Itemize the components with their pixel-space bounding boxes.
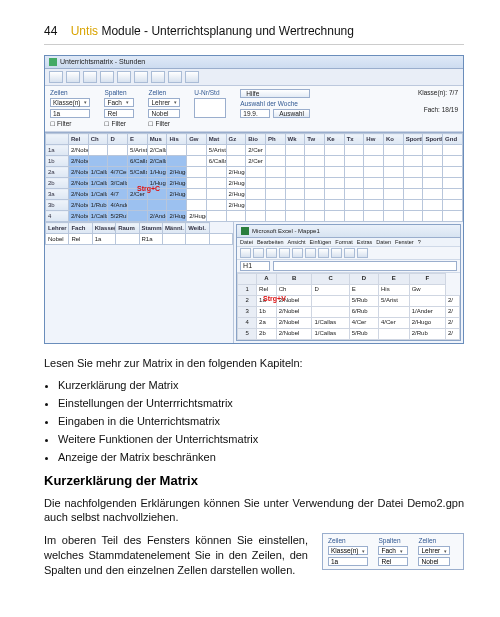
mini-spalten-value[interactable]: Rel — [378, 557, 408, 566]
grid-cell[interactable] — [285, 200, 305, 211]
excel-tool-button[interactable] — [266, 248, 277, 258]
grid-cell[interactable] — [88, 145, 108, 156]
toolbar-button[interactable] — [66, 71, 80, 83]
excel-formula-bar[interactable] — [273, 261, 457, 271]
grid-cell[interactable] — [246, 178, 266, 189]
grid-cell[interactable] — [147, 200, 167, 211]
excel-cell[interactable]: 2/Nobel — [276, 317, 312, 328]
excel-menu-item[interactable]: Format — [335, 239, 352, 245]
grid-cell[interactable] — [305, 145, 325, 156]
excel-cell[interactable] — [409, 295, 445, 306]
grid-cell[interactable] — [305, 189, 325, 200]
grid-cell[interactable] — [344, 189, 364, 200]
toolbar-button[interactable] — [117, 71, 131, 83]
grid-col-header[interactable]: D — [108, 134, 128, 145]
grid-cell[interactable] — [187, 189, 207, 200]
grid-cell[interactable] — [187, 145, 207, 156]
grid-cell[interactable] — [285, 189, 305, 200]
detail-col-header[interactable]: Fach — [69, 223, 92, 234]
grid-cell[interactable] — [364, 145, 384, 156]
grid-cell[interactable]: 2/Nobel — [69, 156, 89, 167]
mini-zellen-value[interactable]: Nobel — [418, 557, 450, 566]
grid-cell[interactable] — [265, 189, 285, 200]
excel-cell[interactable]: His — [379, 284, 410, 295]
toolbar-button[interactable] — [151, 71, 165, 83]
grid-cell[interactable]: 2/Nobel — [69, 178, 89, 189]
detail-cell[interactable] — [162, 234, 185, 245]
grid-cell[interactable] — [187, 178, 207, 189]
grid-cell[interactable]: 2/Hugo — [226, 178, 246, 189]
grid-cell[interactable]: 5/Arist — [128, 145, 148, 156]
grid-cell[interactable] — [423, 189, 443, 200]
toolbar-button[interactable] — [49, 71, 63, 83]
detail-cell[interactable]: 1a — [92, 234, 115, 245]
grid-cell[interactable] — [265, 200, 285, 211]
grid-cell[interactable]: 1/Callas — [88, 211, 108, 222]
grid-cell[interactable] — [187, 200, 207, 211]
excel-menu-item[interactable]: Daten — [376, 239, 391, 245]
excel-col-header[interactable]: E — [379, 273, 410, 284]
grid-cell[interactable] — [305, 178, 325, 189]
grid-row-header[interactable]: 2b — [46, 178, 69, 189]
excel-cell[interactable]: 2/Rub — [409, 328, 445, 339]
excel-tool-button[interactable] — [240, 248, 251, 258]
grid-cell[interactable] — [384, 189, 404, 200]
grid-col-header[interactable]: Mus — [147, 134, 167, 145]
mini-zeilen-select[interactable]: Klasse(n) — [328, 546, 368, 555]
grid-cell[interactable] — [384, 211, 404, 222]
grid-cell[interactable] — [324, 211, 344, 222]
grid-cell[interactable] — [384, 156, 404, 167]
grid-cell[interactable]: 2/Cer — [246, 156, 266, 167]
grid-row-header[interactable]: 1a — [46, 145, 69, 156]
excel-tool-button[interactable] — [305, 248, 316, 258]
spalten-filter-checkbox[interactable]: Filter — [104, 120, 134, 128]
grid-col-header[interactable]: Ch — [88, 134, 108, 145]
excel-menu-item[interactable]: Datei — [240, 239, 253, 245]
excel-menu-item[interactable]: Einfügen — [310, 239, 332, 245]
excel-col-header[interactable]: B — [276, 273, 312, 284]
grid-cell[interactable]: 2/Callas — [147, 156, 167, 167]
grid-col-header[interactable]: Hw — [364, 134, 384, 145]
grid-cell[interactable] — [226, 145, 246, 156]
grid-cell[interactable]: 5/Arist — [206, 145, 226, 156]
excel-cell[interactable]: 1b — [257, 306, 277, 317]
grid-cell[interactable] — [403, 189, 423, 200]
grid-col-header[interactable]: Mat — [206, 134, 226, 145]
grid-row-header[interactable]: 3a — [46, 189, 69, 200]
grid-cell[interactable]: 3/Callas/4/7 — [108, 178, 128, 189]
grid-cell[interactable] — [128, 200, 148, 211]
grid-cell[interactable] — [108, 156, 128, 167]
grid-col-header[interactable]: Tw — [305, 134, 325, 145]
grid-cell[interactable] — [443, 178, 463, 189]
grid-cell[interactable] — [344, 200, 364, 211]
grid-cell[interactable] — [423, 167, 443, 178]
grid-cell[interactable] — [285, 178, 305, 189]
grid-cell[interactable] — [265, 145, 285, 156]
grid-cell[interactable] — [226, 156, 246, 167]
grid-col-header[interactable]: Gnd — [443, 134, 463, 145]
grid-cell[interactable]: 2/Hugo — [167, 211, 187, 222]
toolbar-button[interactable] — [134, 71, 148, 83]
grid-cell[interactable] — [265, 156, 285, 167]
detail-cell[interactable] — [116, 234, 139, 245]
excel-cell[interactable]: 1/Callas — [312, 328, 349, 339]
grid-cell[interactable] — [88, 156, 108, 167]
grid-cell[interactable] — [443, 189, 463, 200]
grid-cell[interactable]: 2/Hugo — [226, 167, 246, 178]
grid-cell[interactable]: 5/Callas — [128, 167, 148, 178]
grid-cell[interactable] — [324, 145, 344, 156]
grid-row-header[interactable]: 4 — [46, 211, 69, 222]
grid-cell[interactable] — [305, 156, 325, 167]
excel-row-header[interactable]: 1 — [238, 284, 257, 295]
detail-col-header[interactable]: Raum — [116, 223, 139, 234]
grid-cell[interactable] — [246, 167, 266, 178]
excel-tool-button[interactable] — [292, 248, 303, 258]
grid-cell[interactable] — [443, 200, 463, 211]
grid-cell[interactable] — [108, 145, 128, 156]
grid-cell[interactable] — [324, 167, 344, 178]
mini-zeilen-value[interactable]: 1a — [328, 557, 368, 566]
grid-cell[interactable] — [128, 211, 148, 222]
grid-cell[interactable] — [384, 200, 404, 211]
grid-cell[interactable] — [167, 145, 187, 156]
grid-col-header[interactable]: Gz — [226, 134, 246, 145]
